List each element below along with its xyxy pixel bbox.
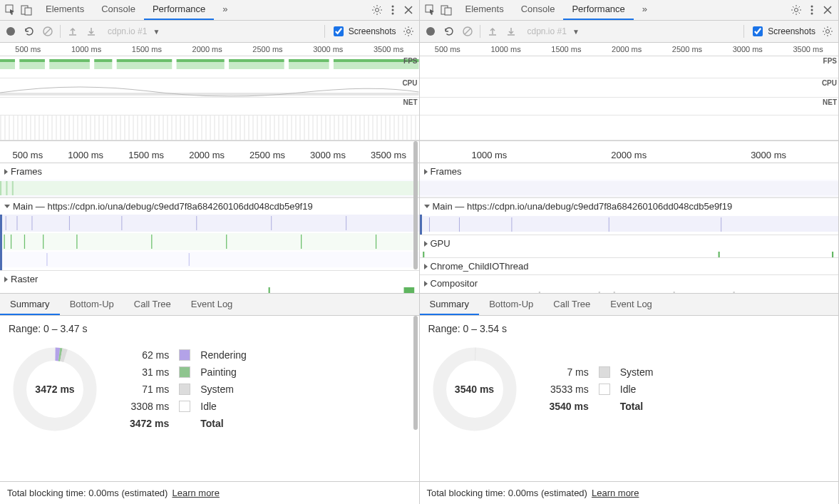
inspect-icon[interactable] — [3, 2, 19, 18]
track-compositor[interactable]: Compositor — [420, 275, 839, 293]
clear-icon[interactable] — [41, 25, 54, 38]
overview[interactable]: 500 ms1000 ms1500 ms2000 ms2500 ms3000 m… — [420, 43, 839, 141]
btab-eventlog[interactable]: Event Log — [600, 294, 662, 315]
svg-point-68 — [426, 27, 435, 36]
inspect-icon[interactable] — [423, 2, 438, 18]
svg-rect-13 — [45, 59, 49, 69]
tab-more[interactable]: » — [634, 0, 656, 20]
recording-url[interactable]: cdpn.io #1 — [108, 26, 147, 36]
close-icon[interactable] — [820, 2, 835, 18]
track-raster[interactable]: Raster — [0, 271, 419, 293]
upload-icon[interactable] — [486, 25, 499, 38]
btab-eventlog[interactable]: Event Log — [181, 294, 243, 315]
expand-icon[interactable] — [424, 169, 428, 175]
main-tabbar: Elements Console Performance » — [0, 0, 419, 21]
scrollbar[interactable] — [412, 316, 419, 482]
cpu-row: CPU — [0, 78, 419, 98]
device-icon[interactable] — [438, 2, 454, 18]
expand-icon[interactable] — [4, 277, 8, 282]
expand-icon[interactable] — [424, 241, 428, 247]
tab-console[interactable]: Console — [513, 0, 564, 20]
svg-point-64 — [795, 9, 798, 12]
perf-toolbar: cdpn.io #1 ▼ Screenshots — [420, 21, 839, 43]
tab-more[interactable]: » — [214, 0, 236, 20]
chevron-down-icon[interactable]: ▼ — [572, 28, 580, 36]
btab-bottomup[interactable]: Bottom-Up — [479, 294, 543, 315]
device-icon[interactable] — [19, 2, 34, 18]
screenshots-strip — [0, 115, 419, 140]
range-label: Range: 0 – 3.47 s — [9, 323, 411, 334]
download-icon[interactable] — [505, 25, 518, 38]
upload-icon[interactable] — [66, 25, 79, 38]
overview-ruler: 500 ms1000 ms1500 ms2000 ms2500 ms3000 m… — [420, 43, 839, 56]
svg-point-65 — [811, 6, 813, 8]
download-icon[interactable] — [85, 25, 98, 38]
chevron-down-icon[interactable]: ▼ — [153, 28, 160, 36]
learn-more-link[interactable]: Learn more — [172, 488, 219, 498]
tab-performance[interactable]: Performance — [563, 0, 633, 20]
overview[interactable]: 500 ms1000 ms1500 ms2000 ms2500 ms3000 m… — [0, 43, 419, 141]
track-frames[interactable]: Frames — [420, 163, 839, 198]
kebab-icon[interactable] — [385, 2, 401, 18]
svg-point-4 — [391, 6, 393, 8]
close-icon[interactable] — [401, 2, 416, 18]
fps-label: FPS — [403, 56, 417, 78]
svg-rect-14 — [90, 59, 94, 69]
range-label: Range: 0 – 3.54 s — [428, 323, 830, 334]
summary-pane: Range: 0 – 3.54 s 3540 ms 7 msSystem3533… — [420, 316, 839, 482]
tab-elements[interactable]: Elements — [457, 0, 513, 20]
recording-url[interactable]: cdpn.io #1 — [527, 26, 567, 36]
legend: 7 msSystem3533 msIdle3540 msTotal — [550, 366, 654, 412]
gear-icon[interactable] — [788, 2, 804, 18]
svg-rect-34 — [2, 233, 419, 250]
svg-point-9 — [406, 30, 410, 34]
collapse-icon[interactable] — [424, 205, 430, 208]
svg-rect-19 — [329, 59, 334, 69]
cpu-label: CPU — [402, 78, 417, 98]
gear-icon[interactable] — [369, 2, 385, 18]
expand-icon[interactable] — [424, 281, 428, 287]
flamechart-area[interactable]: 500 ms1000 ms1500 ms2000 ms2500 ms3000 m… — [0, 141, 419, 293]
kebab-icon[interactable] — [804, 2, 820, 18]
capture-settings-icon[interactable] — [402, 25, 415, 38]
svg-point-70 — [826, 30, 830, 34]
track-gpu[interactable]: GPU — [420, 235, 839, 258]
btab-summary[interactable]: Summary — [0, 294, 60, 315]
track-main[interactable]: Main — https://cdpn.io/una/debug/c9edd7f… — [0, 198, 419, 271]
flamechart-area[interactable]: 1000 ms2000 ms3000 ms Frames Main — http… — [420, 141, 839, 293]
btab-calltree[interactable]: Call Tree — [543, 294, 600, 315]
record-icon[interactable] — [4, 25, 17, 38]
screenshots-checkbox[interactable]: Screenshots — [331, 24, 396, 38]
svg-rect-15 — [112, 59, 116, 69]
footer: Total blocking time: 0.00ms (estimated) … — [0, 481, 419, 504]
reload-icon[interactable] — [443, 25, 455, 38]
screenshots-checkbox[interactable]: Screenshots — [750, 24, 815, 38]
btab-bottomup[interactable]: Bottom-Up — [60, 294, 124, 315]
expand-icon[interactable] — [4, 169, 8, 175]
svg-rect-20 — [0, 93, 419, 96]
donut-chart: 3472 ms — [9, 343, 101, 436]
track-childio[interactable]: Chrome_ChildIOThread — [420, 258, 839, 275]
flame-ruler: 500 ms1000 ms1500 ms2000 ms2500 ms3000 m… — [0, 147, 419, 163]
btab-calltree[interactable]: Call Tree — [124, 294, 181, 315]
reload-icon[interactable] — [23, 25, 36, 38]
learn-more-link[interactable]: Learn more — [592, 488, 639, 498]
devtools-panel-left: Elements Console Performance » cdpn.io #… — [0, 0, 420, 504]
tab-performance[interactable]: Performance — [144, 0, 214, 20]
svg-rect-2 — [25, 8, 31, 15]
clear-icon[interactable] — [461, 25, 474, 38]
tab-console[interactable]: Console — [93, 0, 144, 20]
scrollbar[interactable] — [412, 141, 419, 293]
capture-settings-icon[interactable] — [821, 25, 834, 38]
svg-point-66 — [811, 9, 813, 11]
svg-point-67 — [811, 13, 813, 15]
summary-pane: Range: 0 – 3.47 s 3472 ms 62 msRendering… — [0, 316, 419, 482]
track-main[interactable]: Main — https://cdpn.io/una/debug/c9edd7f… — [420, 198, 839, 235]
track-frames[interactable]: Frames — [0, 163, 419, 198]
btab-summary[interactable]: Summary — [420, 294, 480, 315]
collapse-icon[interactable] — [4, 205, 10, 208]
expand-icon[interactable] — [424, 264, 428, 269]
tab-elements[interactable]: Elements — [37, 0, 93, 20]
record-icon[interactable] — [424, 25, 437, 38]
fps-label: FPS — [823, 56, 837, 78]
